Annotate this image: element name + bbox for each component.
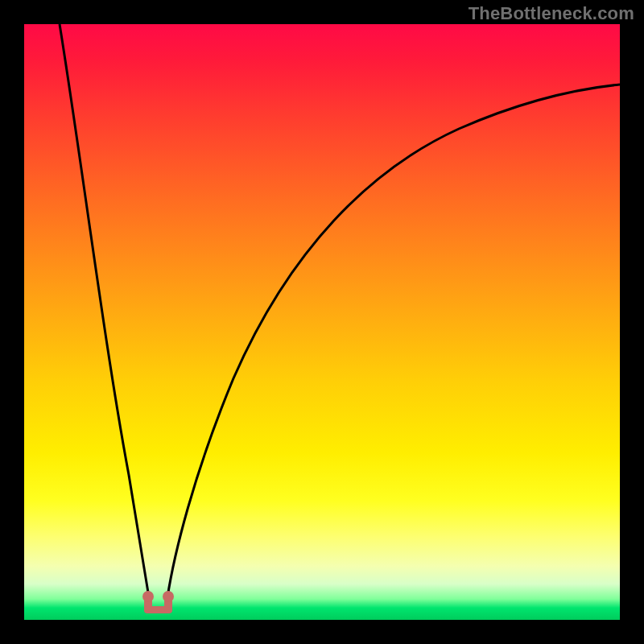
curve-left-branch — [60, 24, 149, 597]
chart-frame: TheBottleneck.com — [0, 0, 644, 644]
bottleneck-curve — [24, 24, 620, 620]
curve-right-branch — [167, 85, 620, 597]
trough-marker-right — [163, 591, 174, 602]
plot-area — [24, 24, 620, 620]
trough-marker-left — [142, 591, 154, 602]
watermark-text: TheBottleneck.com — [469, 3, 634, 24]
